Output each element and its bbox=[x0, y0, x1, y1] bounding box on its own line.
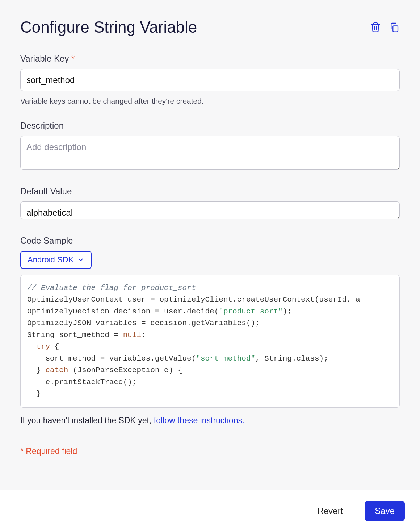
code-comment: // Evaluate the flag for product_sort bbox=[27, 284, 196, 292]
sdk-install-note: If you haven't installed the SDK yet, fo… bbox=[20, 416, 400, 425]
trash-icon bbox=[370, 22, 381, 33]
code-string: "product_sort" bbox=[219, 307, 282, 316]
description-label: Description bbox=[20, 121, 400, 131]
header-row: Configure String Variable bbox=[20, 18, 400, 36]
variable-key-block: Variable Key * Variable keys cannot be c… bbox=[20, 54, 400, 105]
code-line: ; bbox=[141, 331, 146, 339]
duplicate-button[interactable] bbox=[389, 22, 400, 33]
copy-icon bbox=[389, 22, 400, 33]
sdk-note-prefix: If you haven't installed the SDK yet, bbox=[20, 416, 154, 425]
chevron-down-icon bbox=[77, 256, 84, 263]
variable-key-helper: Variable keys cannot be changed after th… bbox=[20, 97, 400, 105]
variable-key-label-text: Variable Key bbox=[20, 54, 69, 63]
description-input[interactable] bbox=[20, 136, 400, 169]
code-line: ); bbox=[283, 307, 292, 316]
default-value-block: Default Value bbox=[20, 186, 400, 220]
code-line: OptimizelyJSON variables = decision.getV… bbox=[27, 319, 260, 327]
code-sample-block: Code Sample Android SDK // Evaluate the … bbox=[20, 236, 400, 425]
code-string: "sort_method" bbox=[196, 354, 255, 363]
code-line: } bbox=[27, 390, 41, 398]
code-line: OptimizelyDecision decision = user.decid… bbox=[27, 307, 219, 316]
configure-variable-page: Configure String Variable bbox=[0, 0, 420, 532]
code-sample-output: // Evaluate the flag for product_sort Op… bbox=[20, 275, 400, 408]
code-line: String sort_method = bbox=[27, 331, 123, 339]
revert-button[interactable]: Revert bbox=[307, 501, 353, 521]
default-value-input[interactable] bbox=[20, 201, 400, 219]
code-line: e.printStackTrace(); bbox=[27, 378, 136, 386]
delete-button[interactable] bbox=[370, 22, 381, 33]
code-line: OptimizelyUserContext user = optimizelyC… bbox=[27, 295, 360, 304]
content-area: Configure String Variable bbox=[0, 0, 420, 500]
sdk-instructions-link[interactable]: follow these instructions. bbox=[154, 416, 245, 425]
save-button[interactable]: Save bbox=[365, 501, 405, 521]
sdk-select-dropdown[interactable]: Android SDK bbox=[20, 251, 92, 269]
code-line: { bbox=[50, 342, 59, 351]
page-title: Configure String Variable bbox=[20, 18, 197, 36]
default-value-label: Default Value bbox=[20, 186, 400, 196]
code-line: } bbox=[27, 366, 45, 374]
code-keyword: catch bbox=[45, 366, 68, 374]
code-line: (JsonParseException e) { bbox=[68, 366, 182, 374]
code-line: , String.class); bbox=[255, 354, 328, 363]
description-block: Description bbox=[20, 121, 400, 171]
code-sample-label: Code Sample bbox=[20, 236, 400, 246]
header-action-icons bbox=[370, 22, 400, 33]
variable-key-input[interactable] bbox=[20, 69, 400, 91]
sdk-select-value: Android SDK bbox=[28, 255, 74, 265]
svg-rect-2 bbox=[393, 26, 398, 32]
required-star: * bbox=[71, 54, 75, 63]
variable-key-label: Variable Key * bbox=[20, 54, 400, 64]
code-keyword: null bbox=[123, 331, 141, 339]
footer-action-bar: Revert Save bbox=[0, 490, 420, 532]
required-field-note: * Required field bbox=[20, 446, 400, 456]
code-line: sort_method = variables.getValue( bbox=[27, 354, 196, 363]
code-keyword: try bbox=[36, 342, 50, 351]
